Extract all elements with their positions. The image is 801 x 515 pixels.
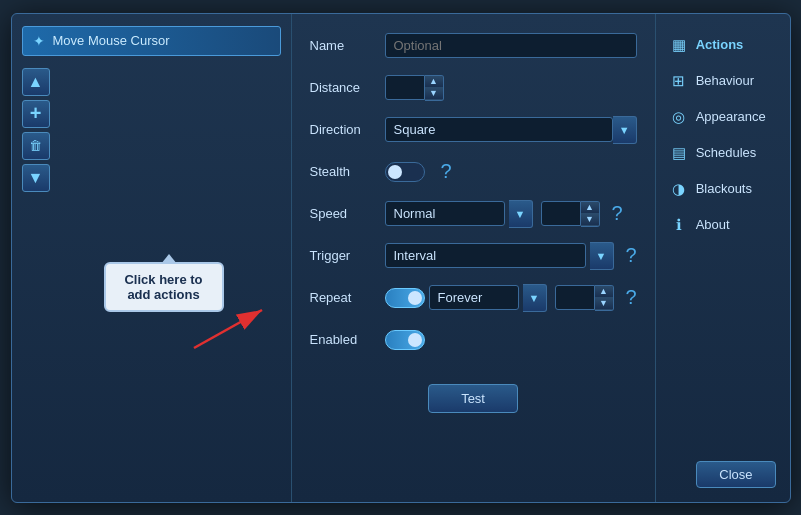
speed-spinner: ▲ ▼ — [581, 201, 600, 227]
repeat-spinner: ▲ ▼ — [595, 285, 614, 311]
right-sidebar: ▦ Actions ⊞ Behaviour ◎ Appearance ▤ Sch… — [655, 14, 795, 502]
enabled-toggle[interactable] — [385, 330, 425, 350]
trigger-label: Trigger — [310, 248, 385, 263]
speed-up[interactable]: ▲ — [581, 202, 599, 214]
name-input[interactable] — [385, 33, 637, 58]
stealth-row: Stealth ? — [310, 156, 637, 188]
repeat-toggle[interactable] — [385, 288, 425, 308]
enabled-control — [385, 330, 637, 350]
distance-up[interactable]: ▲ — [425, 76, 443, 88]
trigger-arrow: ▼ — [590, 242, 614, 270]
blackouts-icon: ◑ — [670, 180, 688, 198]
repeat-knob — [408, 291, 422, 305]
direction-row: Direction Square Random Horizontal Verti… — [310, 114, 637, 146]
distance-control: 10 ▲ ▼ — [385, 75, 637, 101]
speed-control: Normal Fast Slow Random ▼ 5 ▲ ▼ ? — [385, 200, 637, 228]
distance-spinner: ▲ ▼ — [425, 75, 444, 101]
sidebar-label-behaviour: Behaviour — [696, 73, 755, 88]
enabled-knob — [408, 333, 422, 347]
callout-text: Click here to add actions — [124, 272, 202, 302]
repeat-help-icon[interactable]: ? — [626, 286, 637, 309]
sidebar-item-behaviour[interactable]: ⊞ Behaviour — [656, 64, 795, 98]
speed-arrow: ▼ — [509, 200, 533, 228]
direction-select[interactable]: Square Random Horizontal Vertical — [385, 117, 613, 142]
schedules-icon: ▤ — [670, 144, 688, 162]
sidebar-label-actions: Actions — [696, 37, 744, 52]
close-button[interactable]: Close — [696, 461, 775, 488]
speed-row: Speed Normal Fast Slow Random ▼ 5 ▲ ▼ — [310, 198, 637, 230]
sidebar-item-blackouts[interactable]: ◑ Blackouts — [656, 172, 795, 206]
mouse-icon: ✦ — [33, 33, 45, 49]
sidebar-item-actions[interactable]: ▦ Actions — [656, 28, 795, 62]
repeat-control: Forever Times Until ▼ 1 ▲ ▼ ? — [385, 284, 637, 312]
distance-down[interactable]: ▼ — [425, 88, 443, 100]
enabled-label: Enabled — [310, 332, 385, 347]
about-icon: ℹ — [670, 216, 688, 234]
name-label: Name — [310, 38, 385, 53]
sidebar-item-schedules[interactable]: ▤ Schedules — [656, 136, 795, 170]
stealth-knob — [388, 165, 402, 179]
distance-row: Distance 10 ▲ ▼ — [310, 72, 637, 104]
speed-down[interactable]: ▼ — [581, 214, 599, 226]
speed-select[interactable]: Normal Fast Slow Random — [385, 201, 505, 226]
distance-input[interactable]: 10 — [385, 75, 425, 100]
repeat-row: Repeat Forever Times Until ▼ 1 — [310, 282, 637, 314]
behaviour-icon: ⊞ — [670, 72, 688, 90]
trigger-row: Trigger Interval On Start On Stop ▼ ? — [310, 240, 637, 272]
repeat-select-arrow: ▼ — [523, 284, 547, 312]
repeat-select[interactable]: Forever Times Until — [429, 285, 519, 310]
close-row: Close — [696, 461, 775, 488]
stealth-toggle[interactable] — [385, 162, 425, 182]
direction-label: Direction — [310, 122, 385, 137]
test-button[interactable]: Test — [428, 384, 518, 413]
repeat-num-input[interactable]: 1 — [555, 285, 595, 310]
speed-num-input[interactable]: 5 — [541, 201, 581, 226]
down-button[interactable]: ▼ — [22, 164, 50, 192]
direction-arrow: ▼ — [613, 116, 637, 144]
direction-control: Square Random Horizontal Vertical ▼ — [385, 116, 637, 144]
up-button[interactable]: ▲ — [22, 68, 50, 96]
sidebar-item-appearance[interactable]: ◎ Appearance — [656, 100, 795, 134]
add-button[interactable]: + — [22, 100, 50, 128]
action-item-label: Move Mouse Cursor — [53, 33, 170, 48]
stealth-label: Stealth — [310, 164, 385, 179]
name-row: Name — [310, 30, 637, 62]
main-dialog: ✦ Move Mouse Cursor ▲ + 🗑 ▼ Click here t… — [11, 13, 791, 503]
speed-help-icon[interactable]: ? — [612, 202, 623, 225]
trigger-control: Interval On Start On Stop ▼ ? — [385, 242, 637, 270]
repeat-down[interactable]: ▼ — [595, 298, 613, 310]
sidebar-label-appearance: Appearance — [696, 109, 766, 124]
sidebar-item-about[interactable]: ℹ About — [656, 208, 795, 242]
actions-icon: ▦ — [670, 36, 688, 54]
sidebar-label-about: About — [696, 217, 730, 232]
svg-line-1 — [194, 310, 262, 348]
left-panel: ✦ Move Mouse Cursor ▲ + 🗑 ▼ Click here t… — [12, 14, 292, 502]
sidebar-label-schedules: Schedules — [696, 145, 757, 160]
sidebar-label-blackouts: Blackouts — [696, 181, 752, 196]
center-panel: Name Distance 10 ▲ ▼ Direction — [292, 14, 655, 502]
name-control — [385, 33, 637, 58]
trigger-select[interactable]: Interval On Start On Stop — [385, 243, 586, 268]
delete-button[interactable]: 🗑 — [22, 132, 50, 160]
repeat-up[interactable]: ▲ — [595, 286, 613, 298]
appearance-icon: ◎ — [670, 108, 688, 126]
list-controls: ▲ + 🗑 ▼ — [22, 66, 54, 490]
stealth-help-icon[interactable]: ? — [441, 160, 452, 183]
repeat-label: Repeat — [310, 290, 385, 305]
trigger-help-icon[interactable]: ? — [626, 244, 637, 267]
enabled-row: Enabled — [310, 324, 637, 356]
stealth-control: ? — [385, 160, 637, 183]
distance-label: Distance — [310, 80, 385, 95]
action-item-move-mouse[interactable]: ✦ Move Mouse Cursor — [22, 26, 281, 56]
speed-label: Speed — [310, 206, 385, 221]
callout-box[interactable]: Click here to add actions — [104, 262, 224, 312]
